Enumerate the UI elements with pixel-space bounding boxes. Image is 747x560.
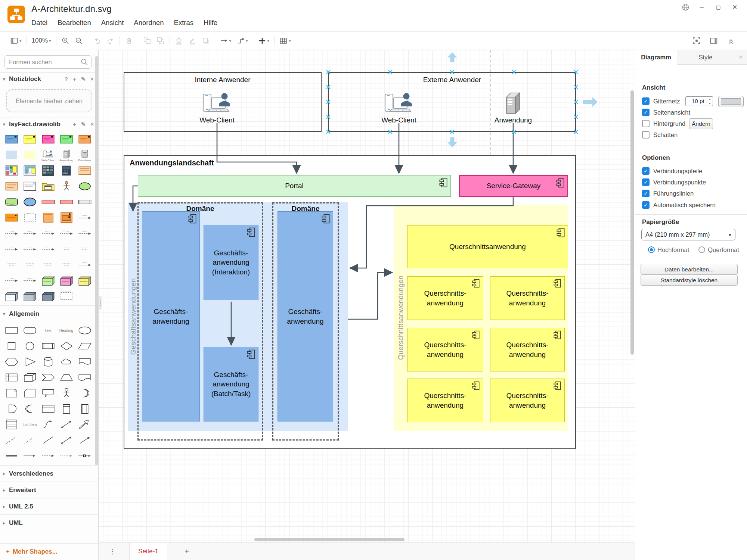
- palette-shape-big-arrow[interactable]: [75, 417, 94, 432]
- palette-shape-triangle[interactable]: [21, 354, 39, 370]
- palette-shape-ellipse[interactable]: [75, 323, 94, 338]
- palette-shape-folder[interactable]: [39, 178, 57, 194]
- section-header-uml[interactable]: ▸UML: [0, 514, 98, 531]
- palette-shape-plain-yellow[interactable]: [21, 147, 39, 163]
- palette-shape-box3d-green[interactable]: [39, 273, 57, 288]
- web-client-icon[interactable]: [202, 92, 232, 115]
- menu-anordnen[interactable]: Anordnen: [134, 19, 164, 27]
- hintergrund-aendern-button[interactable]: Ändern: [689, 118, 713, 129]
- palette-shape-comp-orange[interactable]: [75, 131, 94, 147]
- palette-shape-vcontainer[interactable]: [57, 401, 75, 417]
- section-header-allgemein[interactable]: ▾Allgemein: [0, 305, 98, 322]
- menu-hilfe[interactable]: Hilfe: [204, 19, 217, 27]
- palette-shape-link-arrow[interactable]: [21, 448, 39, 464]
- palette-shape-mosaic-b[interactable]: [21, 163, 39, 178]
- palette-shape-note-orange[interactable]: [75, 163, 94, 178]
- palette-shape-dash-arrow[interactable]: [75, 257, 94, 273]
- palette-shape-dash-arrow[interactable]: [57, 225, 75, 241]
- tab-diagramm[interactable]: Diagramm: [635, 50, 677, 65]
- spin-down-icon[interactable]: ▼: [707, 101, 713, 106]
- palette-shape-bidir-arrow[interactable]: [57, 417, 75, 432]
- palette-shape-box3d-dark[interactable]: [39, 288, 57, 304]
- palette-shape-rounded[interactable]: [21, 323, 39, 338]
- table-button[interactable]: ▾: [278, 35, 292, 46]
- palette-shape-mosaic-a[interactable]: [2, 163, 21, 178]
- menu-bearbeiten[interactable]: Bearbeiten: [58, 19, 91, 27]
- edit-icon[interactable]: ✎: [81, 121, 86, 128]
- panel-close-icon[interactable]: ×: [734, 50, 747, 64]
- node-querschnittsanwendung-4[interactable]: Querschnitts- anwendung: [490, 328, 565, 371]
- node-querschnittsanwendung-3[interactable]: Querschnitts- anwendung: [407, 328, 483, 371]
- insert-button[interactable]: ▾: [257, 35, 271, 46]
- palette-shape-dash-arrow3[interactable]: [57, 448, 75, 464]
- palette-shape-dash-arrow4[interactable]: [75, 448, 94, 464]
- palette-shape-dash-arrow[interactable]: [39, 241, 57, 257]
- help-icon[interactable]: ?: [65, 76, 68, 83]
- node-querschnittsanwendung-5[interactable]: Querschnitts- anwendung: [407, 379, 483, 422]
- menu-datei[interactable]: Datei: [31, 19, 47, 27]
- palette-shape-bar-grey[interactable]: [75, 194, 94, 210]
- palette-shape-ellipse-blue[interactable]: [21, 194, 39, 210]
- palette-shape-circle[interactable]: [21, 338, 39, 354]
- add-page-icon[interactable]: +: [185, 547, 189, 556]
- node-querschnittsanwendung-1[interactable]: Querschnitts- anwendung: [407, 276, 483, 320]
- radio-hochformat[interactable]: [648, 246, 655, 253]
- waypoints-button[interactable]: ▾: [235, 35, 249, 46]
- palette-shape-container[interactable]: [39, 401, 57, 417]
- page-tab-seite-1[interactable]: Seite-1: [129, 543, 167, 560]
- checkbox-hintergrund[interactable]: [642, 120, 650, 127]
- section-header-verschiedenes[interactable]: ▸Verschiedenes: [0, 465, 98, 482]
- palette-shape-actor[interactable]: [57, 385, 75, 401]
- menu-ansicht[interactable]: Ansicht: [101, 19, 124, 27]
- palette-shape-text-label[interactable]: Text: [39, 323, 57, 338]
- section-header-erweitert[interactable]: ▸Erweitert: [0, 482, 98, 498]
- checkbox-opt-1[interactable]: ✓: [642, 178, 650, 186]
- palette-shape-plain-blue[interactable]: [2, 147, 21, 163]
- close-icon[interactable]: ✕: [731, 3, 739, 11]
- palette-shape-thumb-server[interactable]: Anwendung: [57, 147, 75, 163]
- checkbox-opt-2[interactable]: ✓: [642, 190, 650, 197]
- palette-shape-arrow-1[interactable]: [75, 432, 94, 448]
- tab-style[interactable]: Style: [677, 50, 734, 64]
- palette-shape-dash-arrow[interactable]: [2, 241, 21, 257]
- to-front-button[interactable]: [142, 35, 153, 46]
- palette-shape-cloud[interactable]: [57, 354, 75, 370]
- checkbox-opt-0[interactable]: ✓: [642, 167, 650, 175]
- radio-querformat[interactable]: [698, 246, 705, 253]
- section-header-notizblock[interactable]: ▾Notizblock?+✎×: [0, 73, 98, 85]
- zoom-out-button[interactable]: [73, 35, 84, 46]
- palette-shape-cube[interactable]: [21, 370, 39, 385]
- palette-shape-nested-orange[interactable]: [57, 210, 75, 225]
- node-portal[interactable]: Portal: [138, 175, 451, 197]
- diagram-canvas[interactable]: Interne AnwenderExterne AnwenderAnwendun…: [99, 50, 635, 542]
- palette-shape-dark-chip[interactable]: [57, 163, 75, 178]
- palette-shape-dash-label[interactable]: [39, 257, 57, 273]
- palette-shape-dash-arrow[interactable]: [75, 210, 94, 225]
- spin-up-icon[interactable]: ▲: [707, 97, 713, 101]
- palette-shape-curve[interactable]: [39, 417, 57, 432]
- canvas-horizontal-scrollbar[interactable]: [254, 538, 405, 541]
- shadow-button[interactable]: [200, 35, 211, 46]
- palette-shape-dash-arrow[interactable]: [21, 225, 39, 241]
- palette-shape-comp-yellow[interactable]: [21, 131, 39, 147]
- palette-shape-dash-arrow2[interactable]: [39, 448, 57, 464]
- format-panel-button[interactable]: [708, 35, 719, 46]
- palette-shape-dash-arrow[interactable]: [21, 273, 39, 288]
- language-globe-icon[interactable]: [681, 3, 689, 11]
- palette-shape-dash-arrow[interactable]: [75, 225, 94, 241]
- connection-arrow-button[interactable]: ▾: [218, 35, 233, 46]
- palette-shape-ellipse-green[interactable]: [75, 178, 94, 194]
- palette-shape-vlines[interactable]: [75, 401, 94, 417]
- palette-shape-thumb-db[interactable]: Datenbank: [75, 147, 94, 163]
- grid-color-button[interactable]: [718, 96, 744, 107]
- to-back-button[interactable]: [155, 35, 166, 46]
- pages-menu-icon[interactable]: ⋮: [107, 547, 118, 556]
- checkbox-gitternetz[interactable]: ✓: [642, 97, 650, 105]
- node-geschaeftsanwendung-4[interactable]: Geschäfts- anwendung: [278, 211, 333, 421]
- canvas-vertical-scrollbar[interactable]: [630, 90, 634, 355]
- palette-shape-note[interactable]: [2, 385, 21, 401]
- notizblock-dropzone[interactable]: Elemente hierher ziehen: [6, 89, 92, 112]
- palette-shape-window[interactable]: [21, 178, 39, 194]
- palette-shape-dash-line[interactable]: [2, 432, 21, 448]
- palette-shape-dash-label[interactable]: [21, 257, 39, 273]
